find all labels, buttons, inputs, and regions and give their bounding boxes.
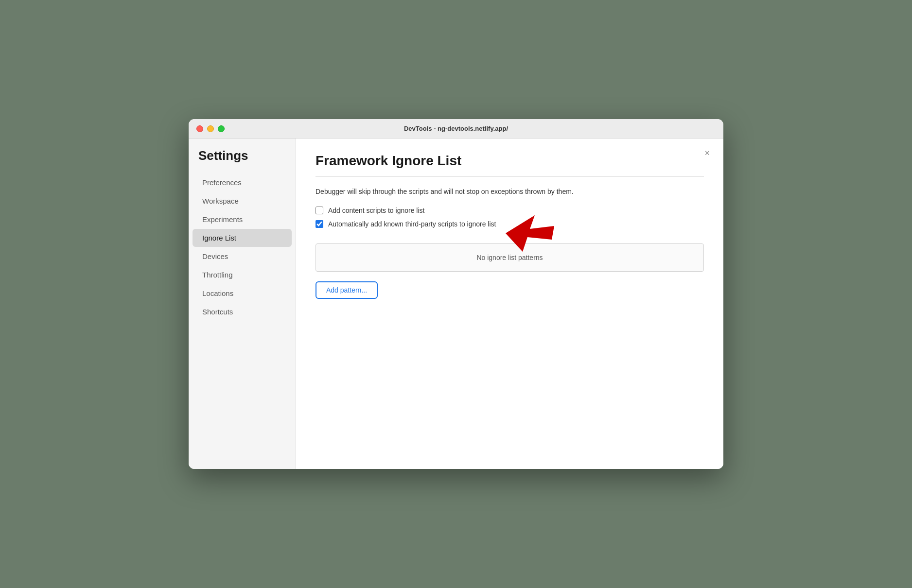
- page-title: Framework Ignore List: [316, 153, 704, 169]
- add-content-scripts-label: Add content scripts to ignore list: [328, 207, 424, 214]
- description-text: Debugger will skip through the scripts a…: [316, 187, 704, 197]
- sidebar-item-locations[interactable]: Locations: [193, 284, 292, 302]
- maximize-traffic-light[interactable]: [218, 125, 225, 132]
- sidebar: Settings Preferences Workspace Experimen…: [189, 138, 296, 469]
- sidebar-item-preferences[interactable]: Preferences: [193, 173, 292, 191]
- sidebar-item-devices[interactable]: Devices: [193, 247, 292, 265]
- minimize-traffic-light[interactable]: [207, 125, 214, 132]
- app-window: DevTools - ng-devtools.netlify.app/ Sett…: [189, 119, 723, 469]
- add-content-scripts-checkbox[interactable]: [316, 207, 323, 214]
- traffic-lights: [196, 125, 225, 132]
- close-button[interactable]: ×: [701, 146, 714, 160]
- sidebar-item-ignore-list[interactable]: Ignore List: [193, 229, 292, 247]
- patterns-box: No ignore list patterns: [316, 243, 704, 272]
- add-pattern-button[interactable]: Add pattern...: [316, 281, 378, 299]
- sidebar-item-shortcuts[interactable]: Shortcuts: [193, 303, 292, 321]
- checkbox-row-content-scripts: Add content scripts to ignore list: [316, 207, 704, 214]
- sidebar-item-throttling[interactable]: Throttling: [193, 266, 292, 284]
- divider: [316, 176, 704, 177]
- checkbox-row-auto-add-wrapper: Automatically add known third-party scri…: [316, 220, 496, 234]
- sidebar-item-workspace[interactable]: Workspace: [193, 192, 292, 210]
- patterns-placeholder-text: No ignore list patterns: [476, 254, 543, 261]
- sidebar-item-experiments[interactable]: Experiments: [193, 210, 292, 228]
- auto-add-third-party-label: Automatically add known third-party scri…: [328, 220, 496, 228]
- auto-add-third-party-checkbox[interactable]: [316, 220, 323, 228]
- main-content: × Framework Ignore List Debugger will sk…: [296, 138, 723, 469]
- content-area: Settings Preferences Workspace Experimen…: [189, 138, 723, 469]
- titlebar-title: DevTools - ng-devtools.netlify.app/: [404, 125, 508, 132]
- titlebar: DevTools - ng-devtools.netlify.app/: [189, 119, 723, 138]
- close-traffic-light[interactable]: [196, 125, 203, 132]
- checkbox-row-auto-add: Automatically add known third-party scri…: [316, 220, 496, 228]
- sidebar-heading: Settings: [189, 148, 296, 173]
